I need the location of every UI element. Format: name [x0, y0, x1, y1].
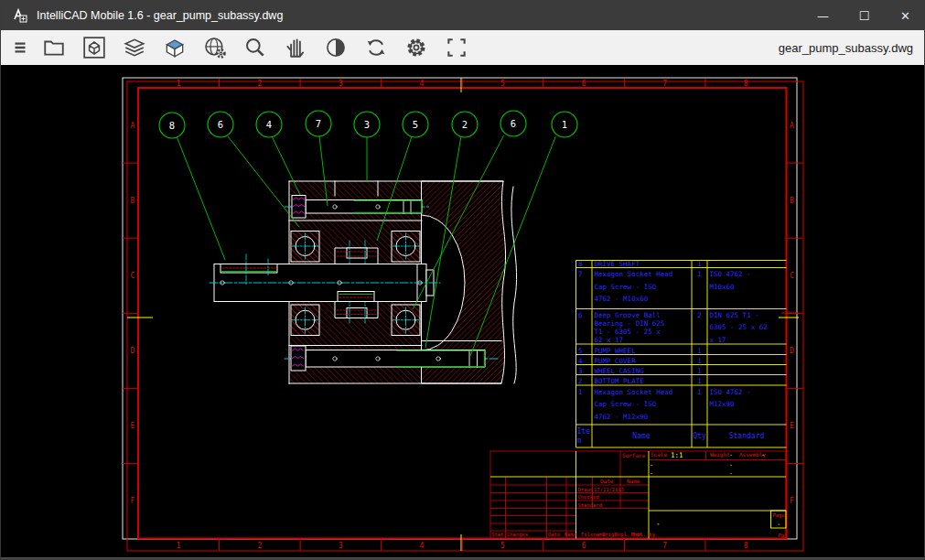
- balloon-leader: [272, 136, 300, 195]
- window-title: IntelliCAD Mobile 1.6 - gear_pump_subass…: [37, 9, 283, 22]
- balloon-number: 4: [266, 119, 272, 130]
- balloon-1[interactable]: 1: [552, 112, 577, 137]
- zone-row-label: C: [790, 272, 794, 280]
- window-bottom-edge: [1, 557, 925, 559]
- bom-cell-text: M12x90: [710, 400, 736, 408]
- title-block: [490, 451, 786, 539]
- bom-cell-text: x 17: [710, 336, 726, 344]
- drawn-date: 17/11/2015: [594, 487, 624, 492]
- scale-label: Scale: [651, 451, 667, 458]
- menu-icon[interactable]: [8, 32, 32, 63]
- balloon-2[interactable]: 2: [452, 112, 478, 137]
- title-block-text: SurfaceScale1:1Weight-Assembly-----DateN…: [491, 451, 785, 539]
- bom-header-qty: Qty: [693, 432, 706, 440]
- bom-cell-text: Deep Groove Ball: [595, 311, 661, 319]
- bom-header-item: Ite: [577, 427, 591, 436]
- invert-colors-icon[interactable]: [317, 32, 354, 63]
- bom-cell-text: DRIVE SHAFT: [595, 260, 640, 268]
- wheel-keyway: [338, 292, 374, 302]
- layers-icon[interactable]: [116, 32, 153, 63]
- bom-item: 4: [578, 357, 583, 365]
- revision-label: Date: [548, 532, 560, 537]
- balloon-5[interactable]: 5: [403, 112, 428, 137]
- bom-cell-text: Bearing - DIN 625: [595, 319, 665, 328]
- bom-cell-text: BOTTOM PLATE: [595, 377, 645, 385]
- view-cube-icon[interactable]: [76, 32, 113, 63]
- zoom-icon[interactable]: [237, 32, 274, 63]
- drawing-canvas[interactable]: 1122334455667788AABBCCDDEEFF: [1, 65, 925, 559]
- zone-row-label: C: [131, 272, 135, 280]
- balloon-8[interactable]: 8: [159, 113, 185, 138]
- visual-style-cube-icon[interactable]: [156, 32, 193, 63]
- titlebar[interactable]: IntelliCAD Mobile 1.6 - gear_pump_subass…: [1, 1, 925, 30]
- balloon-3[interactable]: 3: [354, 112, 380, 137]
- weight-label: Weight: [710, 451, 730, 458]
- zone-col-label: 6: [582, 80, 586, 88]
- date-column-label: Date: [600, 478, 614, 484]
- bom-cell-text: ISO 4762 -: [710, 270, 751, 278]
- open-file-name: gear_pump_subassy.dwg: [779, 30, 913, 65]
- regen-icon[interactable]: [358, 32, 394, 63]
- zone-col-label: 3: [339, 542, 343, 550]
- pan-hand-icon[interactable]: [277, 32, 314, 63]
- balloon-number: 7: [316, 118, 321, 129]
- balloon-number: 6: [218, 119, 223, 130]
- bom-item: 5: [578, 347, 583, 355]
- bom-cell-text: PUMP WHEEL: [595, 347, 637, 355]
- balloon-6[interactable]: 6: [208, 112, 233, 137]
- bom-qty: 2: [697, 311, 702, 319]
- zone-row-label: B: [790, 197, 794, 205]
- close-button[interactable]: ✕: [885, 1, 925, 30]
- cap-screw-m12: [285, 346, 500, 371]
- checked-label: Checked: [578, 494, 599, 500]
- svg-text:m: m: [577, 436, 582, 445]
- app-window: IntelliCAD Mobile 1.6 - gear_pump_subass…: [0, 0, 925, 560]
- balloon-4[interactable]: 4: [256, 112, 282, 137]
- bom-qty: 1: [697, 357, 702, 365]
- ball-bearing: [291, 232, 319, 263]
- bom-qty: 1: [697, 347, 702, 355]
- balloon-leader: [228, 136, 299, 227]
- minimize-button[interactable]: —: [802, 1, 844, 30]
- bom-qty: 1: [697, 377, 702, 385]
- value-dash: -: [650, 461, 653, 468]
- ball-bearing: [392, 305, 420, 336]
- value-dash: -: [650, 469, 653, 477]
- maximize-button[interactable]: ☐: [844, 1, 885, 30]
- value-dash: -: [729, 461, 733, 468]
- toolbar: gear_pump_subassy.dwg: [1, 30, 925, 65]
- bom-item: 2: [578, 377, 583, 385]
- break-line: [511, 187, 517, 383]
- bom-cell-text: Cap Screw - ISO: [595, 400, 657, 408]
- surface-label: Surface: [622, 452, 646, 458]
- balloon-7[interactable]: 7: [306, 111, 331, 136]
- bom-qty: 1: [697, 270, 702, 278]
- balloon-number: 2: [462, 119, 468, 130]
- balloon-number: 6: [511, 118, 516, 129]
- revision-label: Repl. by: [631, 532, 656, 538]
- bom-cell-text: Hexagon Socket Head: [595, 270, 673, 278]
- bom-cell-text: T1 - 6305 - 25 x: [595, 328, 661, 336]
- zone-row-label: E: [790, 422, 794, 430]
- bom-item: 6: [578, 311, 583, 319]
- title-dash: -: [656, 520, 661, 528]
- bom-cell-text: ISO 4762 -: [710, 388, 751, 396]
- render-globe-icon[interactable]: [197, 32, 233, 63]
- settings-gear-icon[interactable]: [398, 32, 435, 63]
- cad-viewport[interactable]: 1122334455667788AABBCCDDEEFF: [1, 65, 925, 559]
- fullscreen-icon[interactable]: [438, 32, 475, 63]
- balloon-6[interactable]: 6: [500, 111, 526, 136]
- bom-qty: 1: [697, 367, 702, 375]
- bom-cell-text: DIN 625 T1 -: [710, 311, 759, 319]
- bom-cell-text: 4762 - M12x90: [595, 413, 649, 421]
- bom-cell-text: 6305 - 25 x 62: [710, 323, 768, 331]
- bom-item: 3: [578, 367, 583, 375]
- zone-col-label: 8: [744, 542, 748, 550]
- bom-item: 1: [578, 388, 583, 396]
- bom-cell-text: 62 x 17: [595, 336, 624, 344]
- zone-row-label: F: [131, 497, 135, 505]
- gear-pump-section-view: [210, 181, 517, 383]
- revision-label: Name: [565, 532, 576, 537]
- open-folder-icon[interactable]: [36, 32, 72, 63]
- zone-row-label: A: [131, 122, 135, 130]
